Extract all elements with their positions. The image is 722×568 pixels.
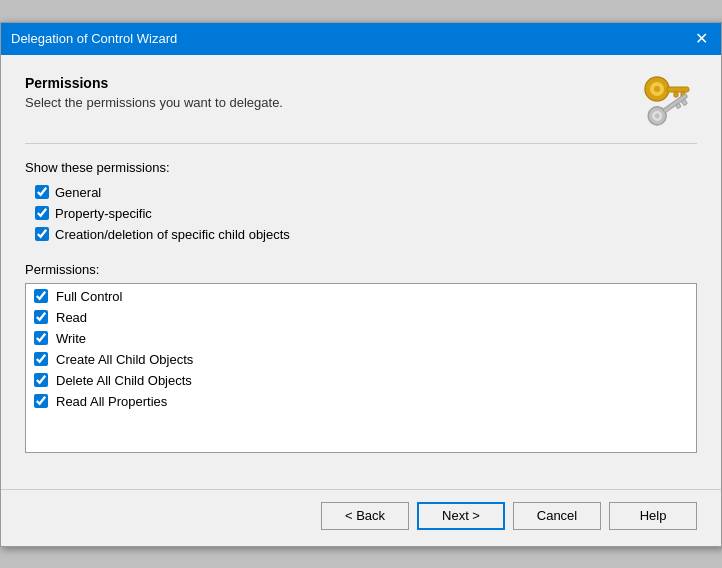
perm-full-control[interactable]: Full Control: [26, 286, 696, 307]
checkbox-general-input[interactable]: [35, 185, 49, 199]
header-section: Permissions Select the permissions you w…: [25, 75, 697, 144]
permissions-label: Permissions:: [25, 262, 697, 277]
perm-full-control-checkbox[interactable]: [34, 289, 48, 303]
cancel-button[interactable]: Cancel: [513, 502, 601, 530]
perm-delete-all[interactable]: Delete All Child Objects: [26, 370, 696, 391]
checkbox-general-label: General: [55, 185, 101, 200]
perm-full-control-label: Full Control: [56, 289, 122, 304]
checkbox-general[interactable]: General: [35, 185, 697, 200]
dialog-window: Delegation of Control Wizard ✕ Permissio…: [0, 22, 722, 547]
next-button[interactable]: Next >: [417, 502, 505, 530]
back-button[interactable]: < Back: [321, 502, 409, 530]
perm-write[interactable]: Write: [26, 328, 696, 349]
perm-read[interactable]: Read: [26, 307, 696, 328]
perm-create-all-checkbox[interactable]: [34, 352, 48, 366]
perm-create-all-label: Create All Child Objects: [56, 352, 193, 367]
perm-write-checkbox[interactable]: [34, 331, 48, 345]
checkbox-property[interactable]: Property-specific: [35, 206, 697, 221]
checkbox-property-label: Property-specific: [55, 206, 152, 221]
footer: < Back Next > Cancel Help: [1, 489, 721, 546]
svg-rect-5: [674, 92, 678, 97]
title-bar: Delegation of Control Wizard ✕: [1, 23, 721, 55]
svg-rect-3: [667, 87, 689, 92]
perm-delete-all-checkbox[interactable]: [34, 373, 48, 387]
page-subtitle: Select the permissions you want to deleg…: [25, 95, 283, 110]
perm-read-label: Read: [56, 310, 87, 325]
dialog-content: Permissions Select the permissions you w…: [1, 55, 721, 473]
checkbox-property-input[interactable]: [35, 206, 49, 220]
header-text: Permissions Select the permissions you w…: [25, 75, 283, 110]
permissions-listbox[interactable]: Full Control Read Write Create All Child…: [25, 283, 697, 453]
checkbox-creation-input[interactable]: [35, 227, 49, 241]
perm-read-all-label: Read All Properties: [56, 394, 167, 409]
perm-read-checkbox[interactable]: [34, 310, 48, 324]
keys-icon: [637, 71, 697, 127]
show-permissions-label: Show these permissions:: [25, 160, 697, 175]
perm-write-label: Write: [56, 331, 86, 346]
perm-read-all-checkbox[interactable]: [34, 394, 48, 408]
checkbox-creation[interactable]: Creation/deletion of specific child obje…: [35, 227, 697, 242]
help-button[interactable]: Help: [609, 502, 697, 530]
dialog-title: Delegation of Control Wizard: [11, 31, 177, 46]
perm-delete-all-label: Delete All Child Objects: [56, 373, 192, 388]
svg-point-2: [654, 86, 660, 92]
show-permissions-checkboxes: General Property-specific Creation/delet…: [35, 185, 697, 242]
page-title: Permissions: [25, 75, 283, 91]
close-button[interactable]: ✕: [691, 29, 711, 49]
perm-create-all[interactable]: Create All Child Objects: [26, 349, 696, 370]
checkbox-creation-label: Creation/deletion of specific child obje…: [55, 227, 290, 242]
perm-read-all[interactable]: Read All Properties: [26, 391, 696, 412]
